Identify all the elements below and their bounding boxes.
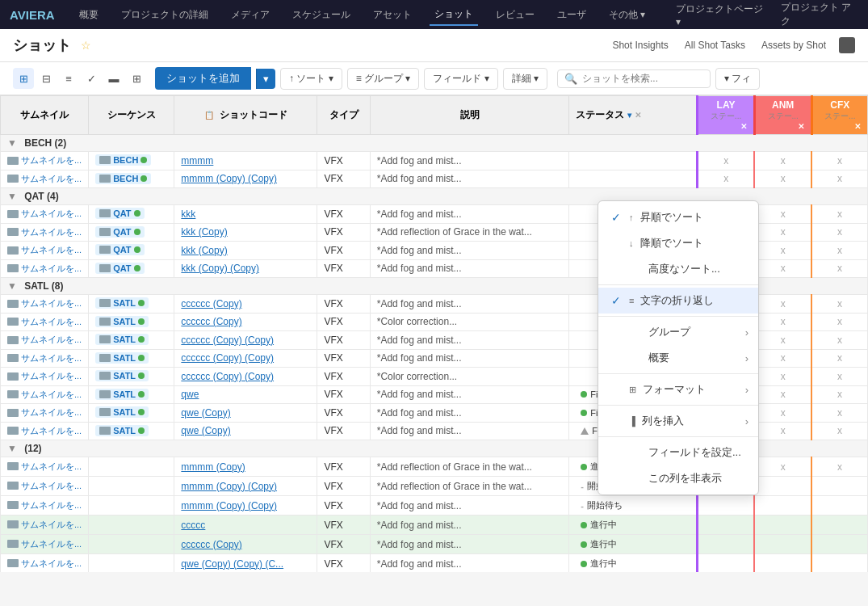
type-cell: VFX bbox=[317, 404, 370, 423]
nav-item-overview[interactable]: 概要 bbox=[74, 5, 103, 25]
anm-close-icon[interactable]: ✕ bbox=[798, 122, 804, 131]
add-shot-caret-button[interactable]: ▾ bbox=[256, 69, 275, 89]
shot-code-cell[interactable]: cccccc (Copy) bbox=[174, 295, 317, 314]
lay-close-icon[interactable]: ✕ bbox=[740, 122, 747, 131]
menu-item-icon: ↑ bbox=[629, 213, 634, 222]
sequence-badge[interactable]: QAT bbox=[95, 263, 144, 274]
shot-code-cell[interactable]: ccccc bbox=[174, 516, 317, 535]
sequence-badge[interactable]: SATL bbox=[95, 334, 149, 345]
anm-cell: x bbox=[754, 385, 811, 404]
thumbnail-cell: サムネイルを... bbox=[1, 516, 89, 535]
layout-icon[interactable] bbox=[839, 37, 855, 53]
view-list-icon[interactable]: ≡ bbox=[58, 68, 79, 89]
context-menu-item[interactable]: ✓≡文字の折り返し bbox=[598, 288, 758, 314]
search-box[interactable]: 🔍 bbox=[557, 69, 711, 88]
context-menu-item[interactable]: 概要› bbox=[598, 345, 758, 371]
sequence-badge[interactable]: QAT bbox=[95, 244, 144, 255]
close-icon[interactable]: ✕ bbox=[635, 111, 641, 120]
shot-code-cell[interactable]: kkk (Copy) bbox=[174, 223, 317, 242]
menu-item-label: フォーマット bbox=[643, 382, 706, 397]
tab-shot-insights[interactable]: Shot Insights bbox=[609, 38, 671, 53]
sequence-badge[interactable]: BECH bbox=[95, 154, 151, 166]
nav-item-user[interactable]: ユーザ bbox=[552, 5, 591, 25]
group-toggle-icon[interactable]: ▼ bbox=[7, 191, 17, 202]
context-menu-item[interactable]: ⊞フォーマット› bbox=[598, 377, 758, 402]
shot-code-cell[interactable]: kkk bbox=[174, 205, 317, 224]
context-menu-item[interactable]: フィールドを設定... bbox=[598, 440, 758, 465]
nav-project-account[interactable]: プロジェクト アク bbox=[781, 1, 858, 28]
type-cell: VFX bbox=[317, 349, 370, 368]
shot-code-cell[interactable]: mmmm (Copy) bbox=[174, 457, 317, 477]
favorite-star-icon[interactable]: ☆ bbox=[81, 39, 91, 52]
context-menu-item[interactable]: ▐列を挿入› bbox=[598, 408, 758, 434]
nav-item-schedule[interactable]: スケジュール bbox=[287, 5, 355, 25]
shot-code-cell[interactable]: cccccc (Copy) (Copy) bbox=[174, 331, 317, 350]
anm-cell: x bbox=[754, 313, 811, 331]
shot-code-cell[interactable]: cccccc (Copy) (Copy) bbox=[174, 368, 317, 386]
nav-item-project-detail[interactable]: プロジェクトの詳細 bbox=[116, 5, 213, 25]
sequence-badge[interactable]: SATL bbox=[95, 297, 149, 309]
shot-code-cell[interactable]: qwe (Copy) bbox=[174, 422, 317, 440]
field-button[interactable]: フィールド ▾ bbox=[424, 68, 497, 90]
sequence-badge[interactable]: SATL bbox=[95, 406, 149, 418]
group-header-row[interactable]: ▼ BECH (2) bbox=[1, 135, 868, 152]
shot-code-cell[interactable]: mmmm (Copy) (Copy) bbox=[174, 477, 317, 496]
view-detail-icon[interactable]: ▬ bbox=[103, 68, 124, 89]
tab-assets-by-shot[interactable]: Assets by Shot bbox=[758, 38, 829, 53]
nav-item-other[interactable]: その他 ▾ bbox=[604, 5, 650, 25]
shot-code-cell[interactable]: mmmm (Copy) (Copy) bbox=[174, 496, 317, 516]
filter-button[interactable]: ▾ フィ bbox=[715, 68, 760, 90]
shot-code-cell[interactable]: qwe bbox=[174, 385, 317, 404]
context-menu-item[interactable]: グループ› bbox=[598, 319, 758, 345]
sequence-badge[interactable]: QAT bbox=[95, 208, 144, 219]
shot-code-cell[interactable]: mmmm bbox=[174, 152, 317, 170]
sequence-badge[interactable]: SATL bbox=[95, 352, 149, 364]
group-button[interactable]: ≡ グループ ▾ bbox=[347, 68, 420, 90]
shot-code-cell[interactable]: qwe (Copy) bbox=[174, 404, 317, 423]
sequence-badge[interactable]: SATL bbox=[95, 425, 149, 436]
shot-code-cell[interactable]: kkk (Copy) (Copy) bbox=[174, 259, 317, 278]
nav-item-media[interactable]: メディア bbox=[226, 5, 275, 25]
sequence-badge[interactable]: QAT bbox=[95, 226, 144, 238]
sequence-badge[interactable]: SATL bbox=[95, 370, 149, 381]
search-input[interactable] bbox=[582, 73, 703, 84]
cfx-close-icon[interactable]: ✕ bbox=[854, 122, 861, 131]
view-card-icon[interactable]: ⊟ bbox=[36, 68, 57, 89]
shot-code-cell[interactable]: mmmm (Copy) (Copy) bbox=[174, 170, 317, 188]
group-name: (12) bbox=[24, 443, 41, 454]
tab-all-shot-tasks[interactable]: All Shot Tasks bbox=[681, 38, 748, 53]
sort-button[interactable]: ↑ ソート ▾ bbox=[280, 68, 342, 90]
description-cell: *Add fog and mist... bbox=[370, 295, 568, 314]
nav-item-shot[interactable]: ショット bbox=[430, 4, 478, 26]
detail-button[interactable]: 詳細 ▾ bbox=[503, 68, 547, 90]
context-menu-item[interactable]: この列を非表示 bbox=[598, 465, 758, 491]
view-check-icon[interactable]: ✓ bbox=[81, 68, 102, 89]
shot-code-cell[interactable]: cccccc (Copy) bbox=[174, 313, 317, 331]
sequence-badge[interactable]: SATL bbox=[95, 389, 149, 400]
shot-code-cell[interactable]: qwe (Copy) (Copy) (C... bbox=[174, 554, 317, 573]
context-menu-item[interactable]: ✓↑昇順でソート bbox=[598, 204, 758, 230]
sequence-badge[interactable]: SATL bbox=[95, 316, 149, 327]
group-toggle-icon[interactable]: ▼ bbox=[7, 137, 17, 149]
group-toggle-icon[interactable]: ▼ bbox=[7, 443, 17, 454]
context-menu-item[interactable]: 高度なソート... bbox=[598, 256, 758, 282]
nav-project-page[interactable]: プロジェクトページ ▾ bbox=[676, 2, 768, 27]
nav-item-review[interactable]: レビュー bbox=[491, 5, 539, 25]
shot-code-cell[interactable]: kkk (Copy) bbox=[174, 242, 317, 260]
cfx-cell bbox=[811, 535, 867, 554]
view-grid-icon[interactable]: ⊞ bbox=[13, 68, 34, 89]
nav-item-assets[interactable]: アセット bbox=[368, 5, 417, 25]
thumbnail-cell: サムネイルを... bbox=[1, 385, 89, 404]
group-toggle-icon[interactable]: ▼ bbox=[7, 280, 17, 292]
shot-code-cell[interactable]: cccccc (Copy) (Copy) bbox=[174, 349, 317, 368]
sequence-badge[interactable]: BECH bbox=[95, 173, 151, 184]
thumb-icon bbox=[7, 354, 19, 362]
view-table-icon[interactable]: ⊞ bbox=[126, 68, 147, 89]
cfx-cell: x bbox=[811, 422, 867, 440]
type-cell: VFX bbox=[317, 516, 370, 535]
shot-code-cell[interactable]: cccccc (Copy) bbox=[174, 535, 317, 554]
add-shot-button[interactable]: ショットを追加 bbox=[155, 67, 251, 90]
context-menu-item[interactable]: ↓降順でソート bbox=[598, 230, 758, 256]
col-status[interactable]: ステータス ▾ ✕ bbox=[569, 96, 698, 135]
thumb-label: サムネイルを... bbox=[21, 173, 82, 185]
